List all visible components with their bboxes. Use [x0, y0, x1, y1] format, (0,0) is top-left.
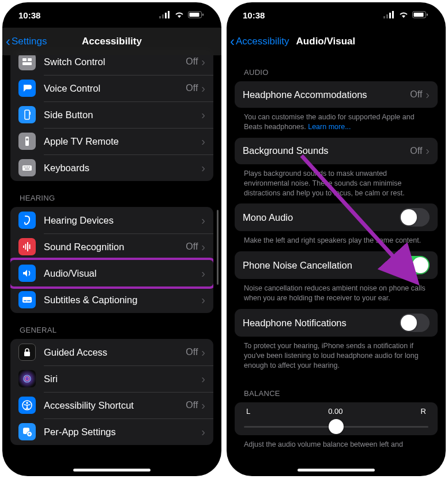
row-per-app-settings[interactable]: Per-App Settings › — [10, 418, 213, 445]
row-keyboards[interactable]: Keyboards › — [10, 154, 213, 181]
row-label: Side Button — [44, 110, 201, 120]
svg-rect-24 — [22, 297, 32, 303]
row-label: Switch Control — [44, 56, 186, 67]
slider-knob-icon[interactable] — [329, 419, 344, 434]
siri-icon — [18, 370, 36, 387]
balance-slider[interactable] — [244, 418, 428, 435]
row-label: Apple TV Remote — [44, 136, 201, 147]
group-hearing: Hearing Devices › Sound Recognition Off … — [10, 207, 213, 313]
row-background-sounds[interactable]: Background Sounds Off › — [235, 138, 438, 164]
ear-icon — [18, 212, 36, 229]
svg-rect-10 — [25, 110, 29, 119]
footer-noise-cancellation: Noise cancellation reduces ambient noise… — [227, 279, 446, 309]
status-indicators — [383, 9, 428, 21]
row-headphone-accommodations[interactable]: Headphone Accommodations Off › — [235, 81, 438, 108]
svg-rect-14 — [22, 165, 32, 171]
svg-rect-3 — [168, 11, 170, 18]
noise-cancellation-toggle[interactable] — [400, 256, 430, 274]
phone-audio-visual-screen: 10:38 ‹ Accessibility Audio/Visual AUDIO… — [227, 2, 446, 476]
row-headphone-notifications: Headphone Notifications — [235, 309, 438, 337]
settings-scroll[interactable]: AUDIO Headphone Accommodations Off › You… — [227, 55, 446, 476]
row-guided-access[interactable]: Guided Access Off › — [10, 339, 213, 365]
row-siri[interactable]: Siri › — [10, 365, 213, 392]
row-value: Off — [186, 400, 198, 410]
group-background-sounds: Background Sounds Off › — [235, 138, 438, 164]
row-label: Siri — [44, 374, 201, 384]
row-label: Background Sounds — [243, 145, 410, 156]
svg-rect-27 — [24, 352, 30, 356]
row-audio-visual[interactable]: Audio/Visual › — [10, 260, 213, 286]
group-balance: L 0.00 R — [235, 402, 438, 435]
row-accessibility-shortcut[interactable]: Accessibility Shortcut Off › — [10, 392, 213, 418]
settings-scroll[interactable]: Switch Control Off › Voice Control Off ›… — [2, 48, 221, 476]
svg-rect-11 — [30, 112, 31, 115]
page-title: Audio/Visual — [296, 36, 356, 47]
chevron-right-icon: › — [201, 108, 205, 122]
row-value: Off — [186, 83, 198, 93]
chevron-right-icon: › — [201, 372, 205, 386]
learn-more-link[interactable]: Learn more... — [308, 123, 351, 131]
chevron-right-icon: › — [201, 267, 205, 280]
svg-rect-21 — [25, 244, 27, 250]
group-headphone-accom: Headphone Accommodations Off › — [235, 81, 438, 108]
svg-rect-34 — [383, 16, 385, 18]
back-label: Settings — [12, 36, 47, 47]
back-button[interactable]: ‹ Settings — [2, 35, 51, 48]
row-apple-tv-remote[interactable]: Apple TV Remote › — [10, 128, 213, 154]
svg-point-28 — [24, 375, 31, 382]
row-voice-control[interactable]: Voice Control Off › — [10, 75, 213, 101]
status-time: 10:38 — [18, 10, 40, 20]
svg-point-13 — [26, 138, 28, 141]
row-label: Headphone Notifications — [243, 318, 400, 329]
section-header-audio: AUDIO — [227, 55, 446, 81]
audio-visual-icon — [18, 265, 36, 282]
svg-rect-0 — [159, 16, 161, 18]
row-subtitles[interactable]: Subtitles & Captioning › — [10, 286, 213, 313]
svg-rect-39 — [414, 13, 424, 17]
lock-icon — [18, 344, 36, 361]
status-bar: 10:38 — [227, 2, 446, 28]
svg-rect-25 — [24, 300, 27, 301]
home-indicator[interactable] — [298, 469, 375, 472]
row-label: Audio/Visual — [44, 268, 201, 279]
footer-background-sounds: Plays background sounds to mask unwanted… — [227, 164, 446, 204]
row-side-button[interactable]: Side Button › — [10, 101, 213, 128]
row-label: Headphone Accommodations — [243, 89, 410, 100]
svg-rect-9 — [22, 62, 32, 65]
svg-rect-37 — [392, 11, 394, 18]
chevron-left-icon: ‹ — [230, 35, 235, 48]
mono-audio-toggle[interactable] — [400, 208, 430, 227]
svg-rect-5 — [190, 13, 199, 17]
svg-rect-6 — [202, 14, 204, 16]
group-headphone-notifications: Headphone Notifications — [235, 309, 438, 337]
group-physical: Switch Control Off › Voice Control Off ›… — [10, 48, 213, 181]
balance-right-label: R — [421, 407, 426, 416]
highlight-audio-visual: Audio/Visual › — [10, 258, 213, 289]
row-label: Hearing Devices — [44, 215, 201, 226]
home-indicator[interactable] — [73, 469, 150, 472]
wifi-icon — [398, 9, 409, 21]
row-label: Per-App Settings — [44, 427, 201, 437]
row-label: Subtitles & Captioning — [44, 295, 201, 305]
row-mono-audio: Mono Audio — [235, 203, 438, 231]
scrollbar[interactable] — [217, 210, 219, 285]
row-sound-recognition[interactable]: Sound Recognition Off › — [10, 233, 213, 260]
chevron-right-icon: › — [426, 144, 430, 157]
sound-recognition-icon — [18, 238, 36, 255]
switch-control-icon — [18, 53, 36, 70]
section-header-balance: BALANCE — [227, 376, 446, 402]
chevron-right-icon: › — [201, 399, 205, 412]
balance-value: 0.00 — [250, 407, 420, 416]
headphone-notifications-toggle[interactable] — [400, 314, 430, 332]
footer-mono-audio: Make the left and right speakers play th… — [227, 231, 446, 251]
row-label: Voice Control — [44, 83, 186, 94]
row-hearing-devices[interactable]: Hearing Devices › — [10, 207, 213, 233]
section-header-general: GENERAL — [2, 313, 221, 339]
row-value: Off — [186, 56, 198, 67]
back-button[interactable]: ‹ Accessibility — [227, 35, 294, 48]
svg-rect-19 — [25, 169, 29, 170]
chevron-right-icon: › — [201, 214, 205, 227]
chevron-right-icon: › — [201, 55, 205, 69]
group-general: Guided Access Off › Siri › Accessibility… — [10, 339, 213, 445]
balance-control: L 0.00 R — [235, 402, 438, 435]
